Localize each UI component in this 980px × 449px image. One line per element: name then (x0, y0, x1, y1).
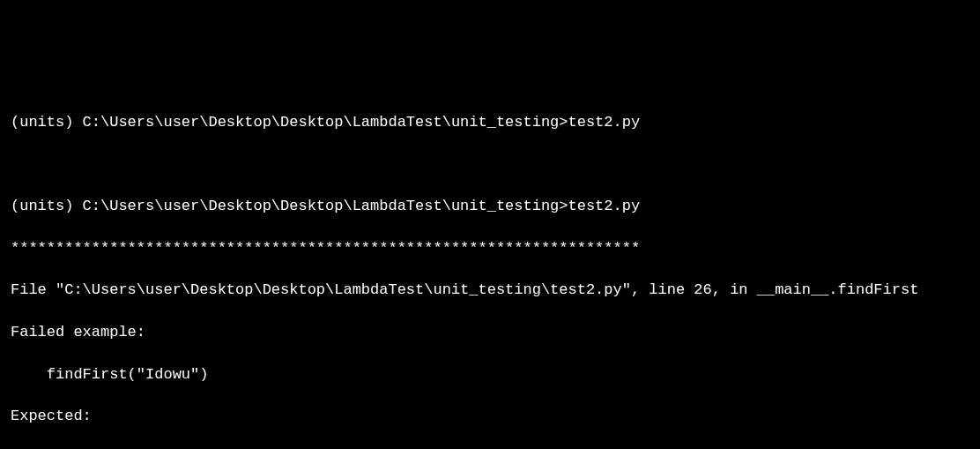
prompt-line-1: (units) C:\Users\user\Desktop\Desktop\La… (11, 112, 969, 133)
failed-example-label: Failed example: (11, 322, 969, 343)
blank-line (11, 154, 969, 176)
prompt-line-2: (units) C:\Users\user\Desktop\Desktop\La… (11, 196, 969, 217)
separator-stars: ****************************************… (11, 238, 969, 259)
terminal-output[interactable]: (units) C:\Users\user\Desktop\Desktop\La… (11, 91, 969, 449)
file-error-line: File "C:\Users\user\Desktop\Desktop\Lamb… (11, 280, 969, 301)
failed-call: findFirst("Idowu") (11, 364, 969, 385)
expected-label: Expected: (11, 406, 969, 427)
